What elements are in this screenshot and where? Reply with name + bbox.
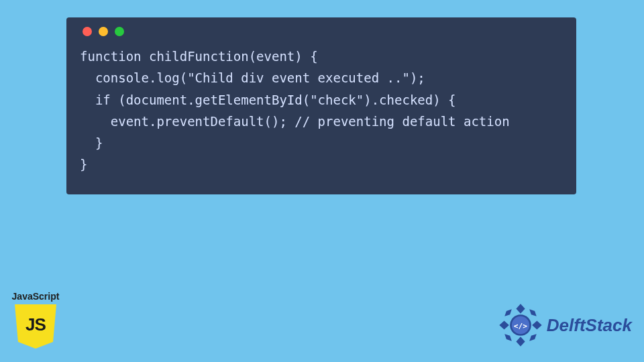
javascript-shield-text: JS — [25, 314, 46, 335]
code-line: if (document.getElementById("check").che… — [80, 93, 456, 107]
svg-marker-1 — [516, 337, 525, 347]
minimize-icon — [99, 27, 108, 36]
code-line: } — [80, 157, 87, 172]
code-line: console.log("Child div event executed ..… — [80, 70, 425, 85]
delftstack-brand: </> DelftStack — [498, 303, 632, 347]
window-traffic-lights — [83, 27, 563, 36]
javascript-badge: JavaScript JS — [7, 291, 64, 349]
svg-text:</>: </> — [514, 322, 528, 330]
code-line: event.preventDefault(); // preventing de… — [80, 114, 510, 129]
svg-marker-0 — [516, 304, 525, 314]
svg-marker-6 — [504, 334, 512, 341]
svg-marker-7 — [529, 334, 537, 341]
javascript-shield-icon: JS — [15, 304, 56, 349]
close-icon — [83, 27, 92, 36]
code-window: function childFunction(event) { console.… — [66, 17, 576, 194]
delftstack-name: DelftStack — [547, 315, 632, 336]
svg-marker-3 — [532, 320, 542, 329]
code-line: function childFunction(event) { — [80, 49, 318, 64]
code-block: function childFunction(event) { console.… — [80, 46, 563, 176]
svg-marker-2 — [499, 320, 509, 329]
maximize-icon — [115, 27, 124, 36]
delftstack-logo-icon: </> — [498, 303, 543, 347]
code-line: } — [80, 135, 103, 150]
javascript-label: JavaScript — [7, 291, 64, 302]
svg-marker-5 — [529, 309, 537, 316]
svg-marker-4 — [504, 309, 512, 316]
